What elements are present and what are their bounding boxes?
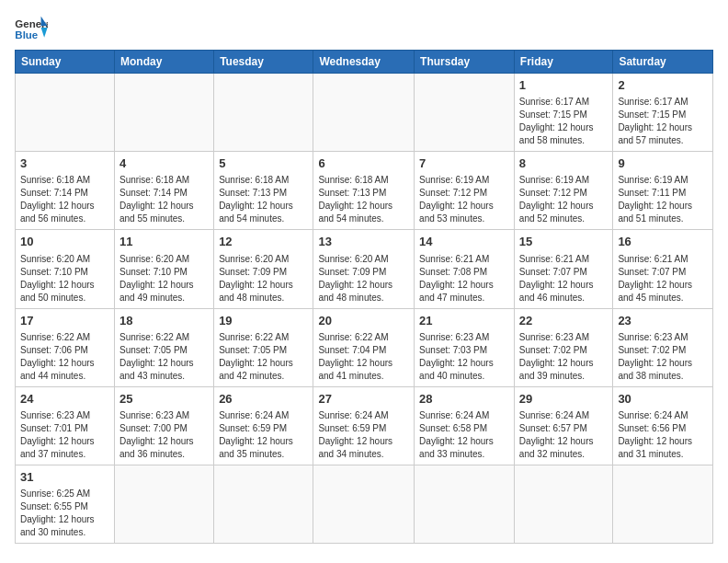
day-number: 23 [618, 313, 708, 329]
day-cell: 17Sunrise: 6:22 AM Sunset: 7:06 PM Dayli… [16, 308, 115, 386]
day-number: 21 [419, 313, 509, 329]
day-info: Sunrise: 6:18 AM Sunset: 7:14 PM Dayligh… [20, 174, 109, 225]
day-number: 17 [20, 313, 109, 329]
day-cell [114, 465, 213, 543]
day-number: 18 [119, 313, 209, 329]
day-info: Sunrise: 6:24 AM Sunset: 6:57 PM Dayligh… [519, 409, 609, 461]
day-cell [313, 465, 415, 543]
header: General Blue [15, 15, 713, 42]
week-row-3: 10Sunrise: 6:20 AM Sunset: 7:10 PM Dayli… [16, 230, 713, 308]
day-info: Sunrise: 6:23 AM Sunset: 7:01 PM Dayligh… [20, 409, 109, 461]
day-header-saturday: Saturday [613, 51, 713, 74]
logo: General Blue [15, 15, 48, 42]
day-info: Sunrise: 6:21 AM Sunset: 7:08 PM Dayligh… [419, 253, 509, 304]
day-number: 20 [318, 313, 409, 329]
day-info: Sunrise: 6:19 AM Sunset: 7:12 PM Dayligh… [419, 174, 509, 225]
day-header-monday: Monday [114, 51, 213, 74]
day-cell: 29Sunrise: 6:24 AM Sunset: 6:57 PM Dayli… [514, 386, 613, 465]
day-info: Sunrise: 6:18 AM Sunset: 7:13 PM Dayligh… [219, 174, 308, 225]
day-number: 22 [519, 313, 609, 329]
day-number: 13 [318, 234, 409, 250]
day-cell: 27Sunrise: 6:24 AM Sunset: 6:59 PM Dayli… [313, 386, 415, 465]
day-info: Sunrise: 6:22 AM Sunset: 7:06 PM Dayligh… [20, 331, 109, 383]
day-cell [415, 74, 515, 152]
day-number: 12 [219, 234, 308, 250]
day-number: 3 [20, 155, 109, 172]
day-cell: 8Sunrise: 6:19 AM Sunset: 7:12 PM Daylig… [514, 152, 613, 230]
day-number: 15 [519, 234, 609, 250]
day-info: Sunrise: 6:20 AM Sunset: 7:09 PM Dayligh… [318, 253, 409, 304]
day-info: Sunrise: 6:21 AM Sunset: 7:07 PM Dayligh… [519, 253, 609, 304]
day-number: 9 [618, 155, 708, 172]
day-cell: 24Sunrise: 6:23 AM Sunset: 7:01 PM Dayli… [16, 386, 115, 465]
day-cell [613, 465, 713, 543]
day-number: 10 [20, 234, 109, 250]
day-cell [16, 74, 115, 152]
day-info: Sunrise: 6:24 AM Sunset: 6:59 PM Dayligh… [219, 409, 308, 461]
day-cell: 18Sunrise: 6:22 AM Sunset: 7:05 PM Dayli… [114, 308, 213, 386]
day-cell: 23Sunrise: 6:23 AM Sunset: 7:02 PM Dayli… [613, 308, 713, 386]
calendar-table: SundayMondayTuesdayWednesdayThursdayFrid… [15, 50, 713, 544]
day-cell: 31Sunrise: 6:25 AM Sunset: 6:55 PM Dayli… [16, 465, 115, 543]
day-cell: 26Sunrise: 6:24 AM Sunset: 6:59 PM Dayli… [214, 386, 313, 465]
day-info: Sunrise: 6:20 AM Sunset: 7:10 PM Dayligh… [20, 253, 109, 304]
day-info: Sunrise: 6:25 AM Sunset: 6:55 PM Dayligh… [20, 488, 109, 539]
day-header-thursday: Thursday [415, 51, 515, 74]
week-row-4: 17Sunrise: 6:22 AM Sunset: 7:06 PM Dayli… [16, 308, 713, 386]
day-number: 30 [618, 391, 708, 408]
day-cell [114, 74, 213, 152]
day-info: Sunrise: 6:22 AM Sunset: 7:05 PM Dayligh… [219, 331, 308, 383]
day-cell: 22Sunrise: 6:23 AM Sunset: 7:02 PM Dayli… [514, 308, 613, 386]
calendar-header: SundayMondayTuesdayWednesdayThursdayFrid… [16, 51, 713, 74]
day-number: 5 [219, 155, 308, 172]
day-info: Sunrise: 6:22 AM Sunset: 7:04 PM Dayligh… [318, 331, 409, 383]
day-number: 28 [419, 391, 509, 408]
day-number: 26 [219, 391, 308, 408]
day-info: Sunrise: 6:21 AM Sunset: 7:07 PM Dayligh… [618, 253, 708, 304]
day-cell: 16Sunrise: 6:21 AM Sunset: 7:07 PM Dayli… [613, 230, 713, 308]
day-cell: 9Sunrise: 6:19 AM Sunset: 7:11 PM Daylig… [613, 152, 713, 230]
day-header-friday: Friday [514, 51, 613, 74]
day-number: 11 [119, 234, 209, 250]
day-number: 8 [519, 155, 609, 172]
day-info: Sunrise: 6:22 AM Sunset: 7:05 PM Dayligh… [119, 331, 209, 383]
day-info: Sunrise: 6:17 AM Sunset: 7:15 PM Dayligh… [519, 96, 609, 147]
day-cell: 6Sunrise: 6:18 AM Sunset: 7:13 PM Daylig… [313, 152, 415, 230]
day-cell [313, 74, 415, 152]
day-number: 1 [519, 77, 609, 94]
day-header-wednesday: Wednesday [313, 51, 415, 74]
day-cell: 15Sunrise: 6:21 AM Sunset: 7:07 PM Dayli… [514, 230, 613, 308]
day-cell [514, 465, 613, 543]
svg-text:Blue: Blue [15, 29, 38, 40]
day-number: 19 [219, 313, 308, 329]
day-cell: 20Sunrise: 6:22 AM Sunset: 7:04 PM Dayli… [313, 308, 415, 386]
day-cell: 14Sunrise: 6:21 AM Sunset: 7:08 PM Dayli… [415, 230, 515, 308]
day-info: Sunrise: 6:20 AM Sunset: 7:10 PM Dayligh… [119, 253, 209, 304]
day-cell [214, 465, 313, 543]
day-info: Sunrise: 6:20 AM Sunset: 7:09 PM Dayligh… [219, 253, 308, 304]
day-cell: 4Sunrise: 6:18 AM Sunset: 7:14 PM Daylig… [114, 152, 213, 230]
day-cell: 28Sunrise: 6:24 AM Sunset: 6:58 PM Dayli… [415, 386, 515, 465]
day-number: 24 [20, 391, 109, 408]
week-row-5: 24Sunrise: 6:23 AM Sunset: 7:01 PM Dayli… [16, 386, 713, 465]
day-number: 27 [318, 391, 409, 408]
day-number: 16 [618, 234, 708, 250]
day-info: Sunrise: 6:23 AM Sunset: 7:02 PM Dayligh… [618, 331, 708, 383]
day-info: Sunrise: 6:19 AM Sunset: 7:11 PM Dayligh… [618, 174, 708, 225]
day-cell: 1Sunrise: 6:17 AM Sunset: 7:15 PM Daylig… [514, 74, 613, 152]
calendar-body: 1Sunrise: 6:17 AM Sunset: 7:15 PM Daylig… [16, 74, 713, 544]
day-cell: 25Sunrise: 6:23 AM Sunset: 7:00 PM Dayli… [114, 386, 213, 465]
day-header-sunday: Sunday [16, 51, 115, 74]
day-cell: 19Sunrise: 6:22 AM Sunset: 7:05 PM Dayli… [214, 308, 313, 386]
week-row-1: 1Sunrise: 6:17 AM Sunset: 7:15 PM Daylig… [16, 74, 713, 152]
day-header-tuesday: Tuesday [214, 51, 313, 74]
day-info: Sunrise: 6:24 AM Sunset: 6:58 PM Dayligh… [419, 409, 509, 461]
week-row-6: 31Sunrise: 6:25 AM Sunset: 6:55 PM Dayli… [16, 465, 713, 543]
day-info: Sunrise: 6:24 AM Sunset: 6:59 PM Dayligh… [318, 409, 409, 461]
day-info: Sunrise: 6:18 AM Sunset: 7:14 PM Dayligh… [119, 174, 209, 225]
day-info: Sunrise: 6:23 AM Sunset: 7:00 PM Dayligh… [119, 409, 209, 461]
day-cell [415, 465, 515, 543]
week-row-2: 3Sunrise: 6:18 AM Sunset: 7:14 PM Daylig… [16, 152, 713, 230]
day-cell: 10Sunrise: 6:20 AM Sunset: 7:10 PM Dayli… [16, 230, 115, 308]
day-cell: 11Sunrise: 6:20 AM Sunset: 7:10 PM Dayli… [114, 230, 213, 308]
